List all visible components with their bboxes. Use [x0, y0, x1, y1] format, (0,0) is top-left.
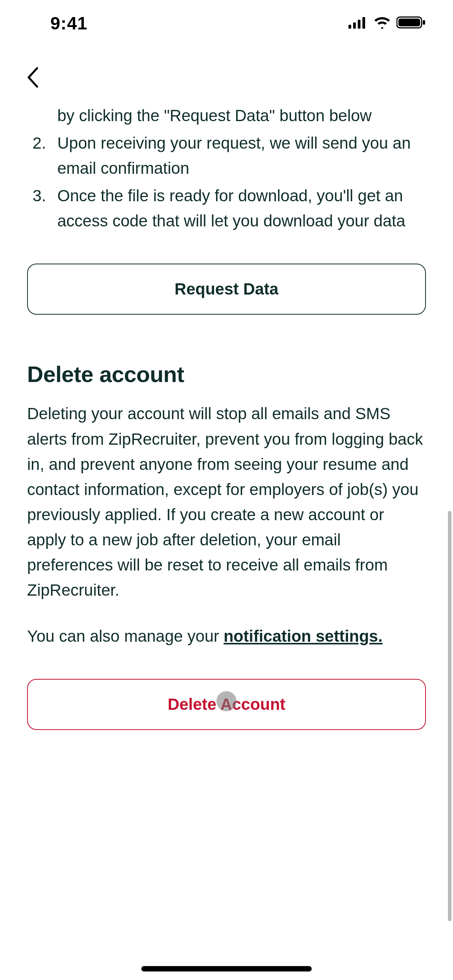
step-3: Once the file is ready for download, you…	[27, 183, 426, 233]
svg-rect-3	[362, 17, 365, 29]
wifi-icon	[373, 16, 391, 30]
svg-rect-2	[358, 20, 360, 29]
nav-header	[0, 54, 453, 101]
delete-account-title: Delete account	[27, 361, 426, 387]
scroll-indicator[interactable]	[448, 511, 451, 921]
back-button[interactable]	[23, 68, 42, 87]
cellular-icon	[348, 16, 368, 30]
notification-settings-link[interactable]: notification settings.	[223, 627, 383, 645]
step-2: Upon receiving your request, we will sen…	[27, 130, 426, 181]
status-icons	[348, 16, 426, 31]
home-indicator[interactable]	[141, 966, 312, 971]
chevron-left-icon	[26, 67, 39, 88]
delete-account-button[interactable]: Delete Account	[27, 679, 426, 730]
manage-prefix: You can also manage your	[27, 627, 223, 645]
delete-account-button-label: Delete Account	[168, 695, 285, 713]
request-data-button[interactable]: Request Data	[27, 264, 426, 315]
content-scroll[interactable]: by clicking the "Request Data" button be…	[0, 108, 453, 980]
status-bar: 9:41	[0, 0, 453, 46]
manage-notifications-text: You can also manage your notification se…	[27, 624, 426, 649]
step-1-partial: by clicking the "Request Data" button be…	[27, 103, 426, 128]
svg-rect-5	[398, 19, 420, 26]
status-time: 9:41	[50, 13, 88, 34]
delete-account-body: Deleting your account will stop all emai…	[27, 401, 426, 603]
svg-rect-6	[423, 20, 425, 25]
svg-rect-0	[348, 25, 351, 29]
battery-icon	[396, 16, 426, 31]
svg-rect-1	[353, 22, 356, 29]
